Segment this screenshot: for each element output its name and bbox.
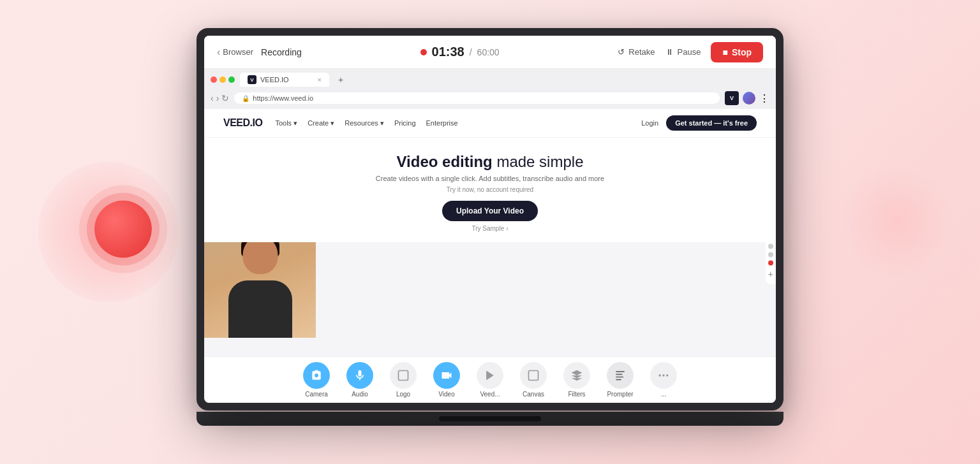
pause-button[interactable]: ⏸ Pause [665,47,701,57]
svg-point-4 [662,374,664,376]
veed-sample-link[interactable]: Try Sample › [223,225,757,232]
nav-enterprise[interactable]: Enterprise [426,119,458,127]
toolbar-item-audio[interactable]: Audio [343,362,376,398]
logo-label: Logo [396,391,410,398]
tab-close-icon[interactable]: × [318,76,322,83]
toolbar-item-canvas[interactable]: Canvas [517,362,550,398]
canvas-icon [520,362,547,389]
add-indicator-button[interactable]: + [768,269,773,279]
toolbar-item-prompter[interactable]: Prompter [604,362,637,398]
nav-pricing[interactable]: Pricing [394,119,416,127]
browser-content: V VEED.IO × + ‹ › ↻ 🔒 https://www.veed.i… [204,69,776,356]
webcam-overlay [204,242,316,338]
audio-icon [346,362,373,389]
timer-recording-dot [420,49,427,55]
minimize-window-button[interactable] [219,76,226,83]
veed-nav: VEED.IO Tools ▾ Create ▾ Resources ▾ Pri… [204,109,776,138]
veed-hero: Video editing made simple Create videos … [204,138,776,242]
scroll-dot-2 [768,252,773,257]
stop-label: Stop [732,47,752,57]
timer-separator: / [470,47,472,57]
recording-controls: ↺ Retake ⏸ Pause ■ Stop [618,42,763,62]
toolbar-item-veed[interactable]: Veed... [473,362,507,398]
scroll-dot-active [768,261,773,266]
logo-icon [390,362,417,389]
veed-logo: VEED.IO [223,117,262,129]
retake-label: Retake [628,47,655,57]
retake-button[interactable]: ↺ Retake [618,47,655,57]
person-face [242,242,278,274]
headline-bold: Video editing [397,153,493,170]
forward-nav-icon[interactable]: › [216,93,219,103]
canvas-label: Canvas [523,391,544,398]
veed-login-link[interactable]: Login [641,119,658,127]
recording-bar: ‹ Browser Recording 01:38 / 60:00 ↺ Reta… [204,36,776,69]
browser-menu-icon[interactable]: ⋮ [759,92,769,105]
veed-nav-links: Tools ▾ Create ▾ Resources ▾ Pricing Ent… [275,119,457,127]
laptop-notch [439,416,541,421]
nav-create[interactable]: Create ▾ [308,119,334,127]
nav-resources[interactable]: Resources ▾ [345,119,384,127]
prompter-icon [607,362,634,389]
filters-icon [563,362,590,389]
browser-tab-veed[interactable]: V VEED.IO × [240,73,329,87]
webcam-person [204,242,316,338]
browser-window-controls [211,76,235,83]
browser-chrome: V VEED.IO × + [204,69,776,89]
maximize-window-button[interactable] [228,76,235,83]
toolbar-item-logo[interactable]: Logo [387,362,420,398]
new-tab-button[interactable]: + [334,73,347,86]
svg-rect-2 [529,371,538,381]
timer-current: 01:38 [432,45,464,59]
back-label: Browser [223,47,253,57]
pause-label: Pause [678,47,701,57]
headline-rest: made simple [493,153,584,170]
nav-tools[interactable]: Tools ▾ [275,119,297,127]
veed-try-text: Try it now, no account required [223,186,757,193]
more-icon [650,362,677,389]
toolbar-item-filters[interactable]: Filters [560,362,593,398]
svg-point-3 [659,374,661,376]
veed-toolbar-icon [477,362,503,389]
laptop-base [197,412,783,426]
svg-marker-1 [486,371,494,381]
person-body [228,280,292,338]
veed-extension-icon[interactable]: V [725,91,739,105]
bg-circle-right [840,163,954,278]
retake-icon: ↺ [618,47,625,57]
timer-section: 01:38 / 60:00 [309,45,611,59]
more-label: ... [661,391,666,398]
stop-button[interactable]: ■ Stop [711,42,763,62]
veed-nav-right: Login Get started — it's free [641,115,757,131]
back-chevron-icon: ‹ [217,47,220,58]
laptop-screen: ‹ Browser Recording 01:38 / 60:00 ↺ Reta… [204,36,776,403]
toolbar-item-more[interactable]: ... [647,362,680,398]
veed-subtext: Create videos with a single click. Add s… [223,175,757,182]
url-bar[interactable]: 🔒 https://www.veed.io [234,92,720,104]
browser-actions: V ⋮ [725,91,769,105]
veed-upload-button[interactable]: Upload Your Video [442,201,538,221]
prompter-label: Prompter [607,391,633,398]
url-text: https://www.veed.io [253,94,313,102]
tab-title: VEED.IO [260,76,289,83]
back-button[interactable]: ‹ Browser [217,47,253,58]
scroll-dot-1 [768,244,773,249]
veed-toolbar-label: Veed... [480,391,500,398]
bottom-toolbar: Camera Audio Logo [204,356,776,403]
camera-label: Camera [305,391,328,398]
recording-title: Recording [261,47,302,57]
toolbar-item-camera[interactable]: Camera [300,362,333,398]
veed-favicon: V [248,75,256,84]
close-window-button[interactable] [211,76,217,83]
sample-text: Try Sample [471,225,504,232]
user-avatar[interactable] [743,92,755,105]
recording-indicator-circle [94,201,152,258]
toolbar-item-video[interactable]: Video [430,362,463,398]
stop-icon: ■ [722,47,727,57]
timer-total: 60:00 [477,47,500,57]
veed-cta-button[interactable]: Get started — it's free [666,115,757,131]
back-nav-icon[interactable]: ‹ [211,93,214,103]
sample-arrow-icon: › [506,225,508,232]
pause-icon: ⏸ [665,47,674,57]
reload-icon[interactable]: ↻ [221,93,229,103]
